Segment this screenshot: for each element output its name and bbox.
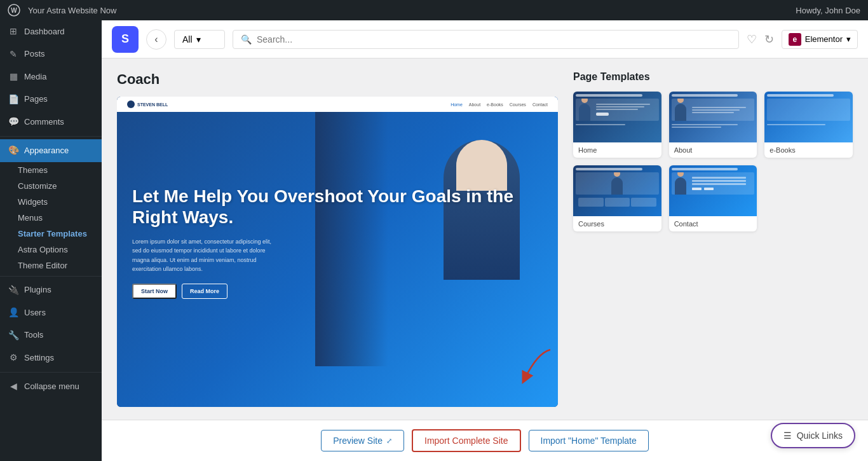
sidebar-item-collapse[interactable]: ◀ Collapse menu	[0, 375, 102, 398]
sidebar-label-collapse: Collapse menu	[24, 381, 79, 392]
template-label-courses: Courses	[573, 216, 661, 231]
filter-dropdown[interactable]: All ▾	[174, 30, 225, 49]
sidebar-item-appearance[interactable]: 🎨 Appearance	[0, 139, 102, 162]
mini-nav-links: Home About e-Books Courses Contact	[451, 102, 548, 107]
quick-links-button[interactable]: ☰ Quick Links	[771, 423, 855, 448]
sidebar: ⊞ Dashboard ✎ Posts ▦ Media 📄 Pages 💬 Co…	[0, 20, 102, 461]
sidebar-sub-theme-editor[interactable]: Theme Editor	[0, 258, 102, 273]
thumb-course-2	[605, 198, 630, 207]
sidebar-label-tools: Tools	[24, 329, 43, 341]
thumb-person-head	[581, 99, 588, 103]
sidebar-item-posts[interactable]: ✎ Posts	[0, 43, 102, 66]
thumb-text-about	[689, 104, 755, 116]
template-card-home[interactable]: Home	[573, 92, 661, 158]
posts-icon: ✎	[8, 48, 19, 61]
site-name-adminbar[interactable]: Your Astra Website Now	[28, 6, 116, 15]
thumb-person-head-contact	[677, 172, 684, 177]
template-thumb-about	[669, 92, 757, 142]
search-input[interactable]	[257, 34, 731, 45]
template-card-about[interactable]: About	[669, 92, 757, 158]
sidebar-item-pages[interactable]: 📄 Pages	[0, 88, 102, 111]
template-card-courses[interactable]: Courses	[573, 165, 661, 231]
search-icon: 🔍	[241, 34, 252, 45]
template-card-contact[interactable]: Contact	[669, 165, 757, 231]
thumb-form-btns	[692, 188, 752, 190]
wordpress-icon: W	[8, 4, 20, 17]
hero-text: Let Me Help You Overshoot Your Goals in …	[132, 186, 543, 299]
mini-logo-circle	[127, 100, 135, 108]
elementor-badge[interactable]: e Elementor ▾	[782, 30, 858, 49]
sidebar-sub-customize[interactable]: Customize	[0, 178, 102, 194]
sidebar-item-tools[interactable]: 🔧 Tools	[0, 324, 102, 347]
start-now-button[interactable]: Start Now	[132, 284, 177, 299]
sidebar-divider	[0, 136, 102, 137]
sidebar-label-dashboard: Dashboard	[24, 26, 65, 38]
nav-home: Home	[451, 102, 463, 107]
thumb-line-a1	[692, 107, 746, 108]
templates-section-title: Page Templates	[573, 71, 853, 83]
back-button[interactable]: ‹	[146, 29, 166, 50]
thumb-text-area	[593, 101, 659, 118]
thumb-course-3	[631, 198, 656, 207]
filter-label: All	[182, 34, 193, 45]
sidebar-label-settings: Settings	[24, 352, 54, 364]
preview-frame: STEVEN BELL Home About e-Books Courses C…	[117, 97, 558, 407]
sidebar-item-users[interactable]: 👤 Users	[0, 301, 102, 324]
thumb-field-1	[692, 177, 746, 179]
admin-bar: W Your Astra Website Now Howdy, John Doe	[0, 0, 868, 20]
sidebar-item-media[interactable]: ▦ Media	[0, 65, 102, 88]
import-home-template-button[interactable]: Import "Home" Template	[529, 430, 649, 451]
sidebar-sub-starter-templates[interactable]: Starter Templates	[0, 226, 102, 242]
thumb-bottom-about	[672, 123, 755, 129]
plugins-icon: 🔌	[8, 284, 19, 297]
thumb-person-about	[672, 99, 689, 121]
template-label-about: About	[669, 142, 757, 158]
user-greeting: Howdy, John Doe	[796, 6, 860, 15]
search-box[interactable]: 🔍	[233, 30, 739, 49]
thumb-line-a3	[692, 112, 734, 113]
nav-courses: Courses	[510, 102, 526, 107]
template-label-contact: Contact	[669, 216, 757, 231]
thumb-course-1	[578, 198, 604, 207]
template-thumb-ebooks	[764, 92, 853, 142]
thumb-nav-bar-about	[672, 94, 738, 97]
read-more-button[interactable]: Read More	[182, 284, 227, 299]
thumb-person-body-about	[675, 104, 686, 121]
import-complete-site-button[interactable]: Import Complete Site	[412, 429, 521, 452]
page-title: Coach	[117, 71, 558, 88]
preview-section: Coach STEVEN BELL Home About	[117, 71, 558, 407]
appearance-icon: 🎨	[8, 144, 19, 157]
refresh-button[interactable]: ↻	[764, 32, 774, 46]
external-link-icon: ⤢	[386, 437, 392, 445]
sidebar-item-plugins[interactable]: 🔌 Plugins	[0, 279, 102, 302]
thumb-line-1	[596, 104, 650, 105]
sidebar-item-dashboard[interactable]: ⊞ Dashboard	[0, 20, 102, 43]
thumb-line-2	[596, 106, 644, 107]
thumb-content-about	[669, 92, 757, 132]
preview-frame-inner: STEVEN BELL Home About e-Books Courses C…	[117, 97, 558, 407]
preview-site-button[interactable]: Preview Site ⤢	[321, 430, 404, 451]
hero-area: Let Me Help You Overshoot Your Goals in …	[117, 112, 558, 366]
thumb-btn-2	[704, 188, 714, 190]
sidebar-sub-astra-options[interactable]: Astra Options	[0, 242, 102, 258]
mini-nav: STEVEN BELL Home About e-Books Courses C…	[117, 97, 558, 112]
template-card-ebooks[interactable]: e-Books	[764, 92, 853, 158]
sidebar-sub-widgets[interactable]: Widgets	[0, 194, 102, 210]
tools-icon: 🔧	[8, 329, 19, 342]
thumb-person-contact	[672, 172, 689, 195]
person-shirt	[456, 140, 507, 191]
sidebar-label-pages: Pages	[24, 93, 48, 105]
collapse-icon: ◀	[8, 380, 19, 393]
thumb-btn-1	[692, 188, 702, 190]
sidebar-sub-themes[interactable]: Themes	[0, 162, 102, 178]
sidebar-item-settings[interactable]: ⚙ Settings	[0, 347, 102, 369]
template-thumb-home	[573, 92, 661, 142]
nav-contact: Contact	[532, 102, 548, 107]
template-label-ebooks: e-Books	[764, 142, 853, 158]
favorites-button[interactable]: ♡	[747, 32, 757, 46]
sidebar-label-media: Media	[24, 71, 46, 83]
template-thumb-contact	[669, 165, 757, 216]
sidebar-item-comments[interactable]: 💬 Comments	[0, 111, 102, 134]
sidebar-sub-menus[interactable]: Menus	[0, 210, 102, 226]
template-label-home: Home	[573, 142, 661, 158]
